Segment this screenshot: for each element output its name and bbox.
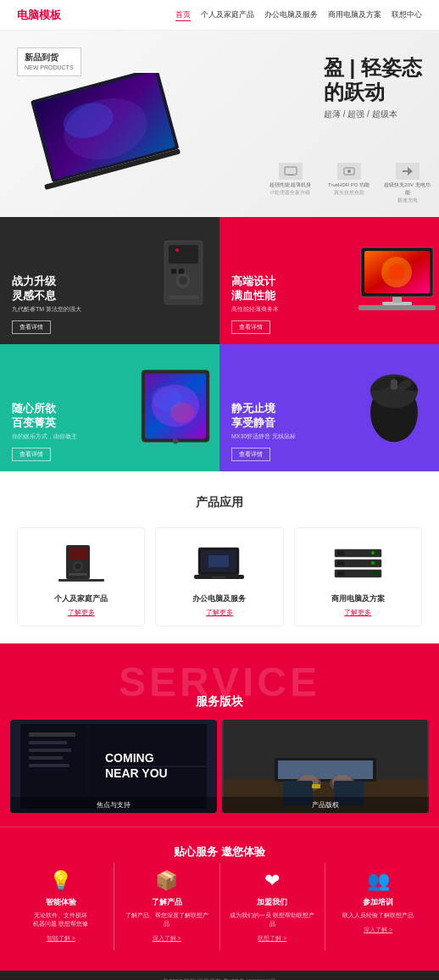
care-item-training-title: 参加培训	[334, 897, 422, 908]
svg-rect-58	[337, 571, 344, 576]
care-item-product-link[interactable]: 深入了解 >	[153, 934, 181, 943]
care-item-smart-link[interactable]: 智能了解 >	[47, 934, 75, 943]
feature1-sub: i7处理器全新升级	[267, 189, 314, 197]
nav-item-center[interactable]: 联想中心	[392, 9, 422, 20]
join-icon: ❤	[229, 870, 317, 892]
care-item-training-link[interactable]: 深入了解 >	[364, 926, 392, 934]
personal-product-image	[52, 540, 111, 587]
card1-btn[interactable]: 查看详情	[12, 320, 51, 334]
svg-rect-50	[337, 551, 344, 555]
product-row-1: 战力升级 灵感不息 九代酷睿TM 算法您的强大 查看详情	[0, 217, 439, 344]
care-item-product-desc: 了解产品、帮您深度了解联想产品	[123, 911, 211, 928]
hero-feature-1: 超强性能 超薄机身 i7处理器全新升级	[267, 163, 314, 204]
products-application-section: 产品应用 个人及家庭产品 了解更多	[0, 471, 439, 643]
feature2-sub: 真实自然色彩	[325, 189, 372, 197]
svg-rect-34	[391, 380, 397, 390]
feature3-title: 超级快充20V 充电功能	[384, 181, 431, 197]
svg-rect-10	[169, 245, 198, 264]
care-item-training-desc: 联入人员经验了解联想产品	[334, 911, 422, 920]
commercial-product-name: 商用电脑及方案	[302, 593, 414, 604]
tablet-image	[133, 366, 218, 450]
svg-rect-81	[312, 784, 320, 788]
main-nav: 首页 个人及家庭产品 办公电脑及服务 商用电脑及方案 联想中心	[175, 9, 422, 21]
svg-point-29	[170, 403, 194, 423]
hero-subtitle: 超薄 / 超强 / 超级本	[324, 109, 422, 120]
care-item-training: 👥 参加培训 联入人员经验了解联想产品 深入了解 >	[331, 863, 425, 950]
laptop-red-image	[357, 241, 437, 320]
personal-product-link[interactable]: 了解更多	[25, 608, 137, 617]
svg-point-40	[75, 564, 81, 569]
svg-rect-17	[156, 313, 203, 317]
care-divider-1	[114, 863, 114, 950]
laptop-svg	[25, 73, 195, 200]
header: 电脑模板 首页 个人及家庭产品 办公电脑及服务 商用电脑及方案 联想中心	[0, 0, 439, 31]
svg-point-16	[175, 248, 179, 252]
commercial-product-link[interactable]: 了解更多	[302, 608, 414, 617]
logo: 电脑模板	[17, 8, 61, 23]
training-icon: 👥	[334, 870, 422, 892]
feature2-title: TrueHDR PO 功能	[325, 181, 372, 189]
nav-item-personal[interactable]: 个人及家庭产品	[201, 9, 254, 20]
svg-point-60	[375, 571, 379, 575]
service-card-focus[interactable]: COMING NEAR YOU 焦点与支持	[10, 720, 217, 813]
care-item-smart-desc: 无论软件、文件损坏 机器问题 联想帮您修	[17, 911, 105, 928]
svg-point-55	[371, 561, 375, 565]
svg-rect-15	[179, 269, 184, 274]
office-product-name: 办公电脑及服务	[163, 593, 275, 604]
care-section: 贴心服务 邀您体验 💡 智能体验 无论软件、文件损坏 机器问题 联想帮您修 智能…	[0, 827, 439, 971]
care-grid: 💡 智能体验 无论软件、文件损坏 机器问题 联想帮您修 智能了解 > 📦 了解产…	[14, 863, 425, 950]
service-card2-label: 产品版权	[222, 797, 429, 813]
svg-point-12	[179, 276, 187, 285]
svg-rect-65	[29, 749, 71, 752]
product-row-2: 随心所欲 百变菁英 你的娱乐方式，由你做主 查看详情 静无止境	[0, 344, 439, 471]
personal-product-name: 个人及家庭产品	[25, 593, 137, 604]
care-item-smart: 💡 智能体验 无论软件、文件损坏 机器问题 联想帮您修 智能了解 >	[14, 863, 108, 950]
office-product-link[interactable]: 了解更多	[163, 608, 275, 617]
card4-btn[interactable]: 查看详情	[231, 448, 270, 461]
service-card-product[interactable]: 产品版权	[222, 720, 429, 813]
svg-rect-82	[278, 760, 373, 779]
care-item-product-title: 了解产品	[123, 897, 211, 908]
care-item-join: ❤ 加盟我们 成为我们的一员 联想帮助联想产品 联想了解 >	[225, 863, 320, 950]
hero-laptop-image	[25, 73, 186, 192]
hero-text-area: 盈 | 轻姿态 的跃动 超薄 / 超强 / 超级本	[324, 56, 422, 120]
product-item-office[interactable]: 办公电脑及服务 了解更多	[155, 527, 283, 626]
nav-item-commercial[interactable]: 商用电脑及方案	[328, 9, 381, 20]
service-card1-label: 焦点与支持	[10, 797, 217, 813]
nav-item-office[interactable]: 办公电脑及服务	[264, 9, 318, 20]
svg-text:NEAR YOU: NEAR YOU	[105, 766, 168, 780]
card3-btn[interactable]: 查看详情	[12, 448, 51, 461]
svg-rect-5	[285, 167, 297, 175]
product-item-commercial[interactable]: 商用电脑及方案 了解更多	[294, 527, 422, 626]
svg-rect-24	[358, 305, 436, 310]
hero-section: 新品到货 NEW PRODUCTS	[0, 31, 439, 217]
nav-item-home[interactable]: 首页	[175, 9, 191, 21]
svg-rect-41	[69, 573, 87, 576]
svg-point-56	[375, 561, 379, 565]
card2-btn[interactable]: 查看详情	[231, 320, 270, 334]
service-title: 服务版块	[0, 643, 439, 720]
footer: © 2019 联想 版权所有 粤ICP备 XXXXXX号	[0, 971, 439, 980]
svg-point-51	[371, 551, 375, 554]
badge-line2: NEW PRODUCTS	[25, 64, 74, 72]
badge-line1: 新品到货	[25, 52, 74, 64]
feature1-title: 超强性能 超薄机身	[267, 181, 314, 189]
new-product-badge: 新品到货 NEW PRODUCTS	[17, 47, 81, 76]
product-item-personal[interactable]: 个人及家庭产品 了解更多	[17, 527, 145, 626]
svg-rect-67	[29, 764, 69, 767]
care-item-product: 📦 了解产品 了解产品、帮您深度了解联想产品 深入了解 >	[119, 863, 214, 950]
hero-feature-2: TrueHDR PO 功能 真实自然色彩	[325, 163, 372, 204]
desktop-pc-image	[143, 237, 215, 325]
smart-icon: 💡	[17, 870, 105, 892]
service-section: SERVICE 服务版块 COMING NEAR YOU	[0, 643, 439, 827]
svg-point-59	[371, 571, 375, 575]
care-item-smart-title: 智能体验	[17, 897, 105, 908]
svg-rect-14	[171, 269, 176, 274]
product-card-laptop-red: 高端设计 满血性能 高性能轻薄商务本 查看详情	[220, 217, 439, 344]
svg-text:COMING: COMING	[105, 751, 154, 765]
svg-rect-63	[29, 732, 75, 737]
care-item-join-link[interactable]: 联想了解 >	[258, 934, 286, 943]
svg-rect-54	[337, 561, 344, 565]
care-divider-3	[325, 863, 325, 950]
svg-point-8	[347, 170, 351, 173]
